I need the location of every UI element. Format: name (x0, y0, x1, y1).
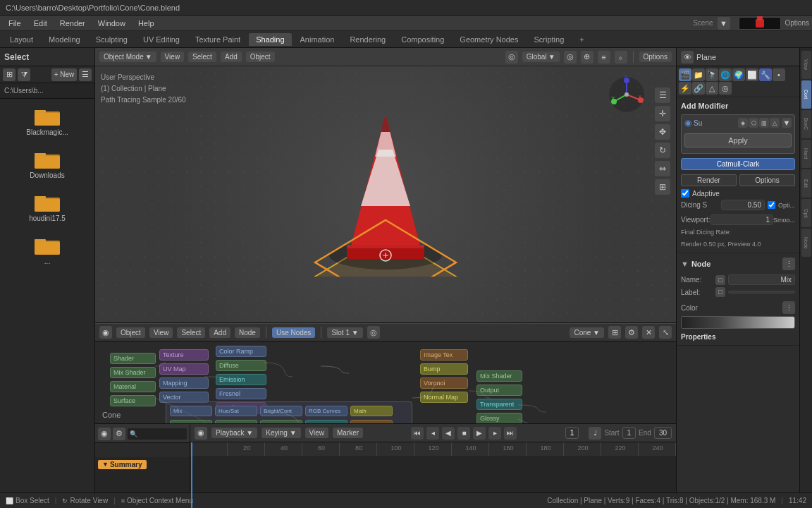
node-fr4[interactable]: Glossy (476, 413, 522, 423)
node-purple-1[interactable]: Texture (159, 349, 209, 361)
viewport-body[interactable]: User Perspective (1) Collection | Plane … (95, 66, 676, 322)
tab-animation[interactable]: Animation (293, 33, 342, 46)
levels-value[interactable]: 1 (710, 214, 773, 225)
end-value[interactable]: 30 (654, 427, 672, 439)
tab-geometry-nodes[interactable]: Geometry Nodes (453, 33, 525, 46)
viewport-icon-4[interactable]: ≡ (598, 51, 610, 64)
extra-btn[interactable]: ☰ (79, 68, 92, 81)
catmull-clark-btn[interactable]: Catmull-Clark (681, 158, 795, 170)
stop-btn[interactable]: ■ (457, 427, 470, 440)
metronome-btn[interactable]: ♩ (589, 427, 601, 440)
viewport-3d[interactable]: Object Mode ▼ View Select Add Object ◎ G… (95, 48, 676, 323)
viewport-icon-1[interactable]: ◎ (505, 51, 518, 64)
vtab-view[interactable]: View (801, 51, 811, 79)
current-frame[interactable]: 1 (565, 427, 579, 439)
tab-sculpting[interactable]: Sculpting (89, 33, 135, 46)
viewport-add-btn[interactable]: Add (221, 52, 242, 62)
playback-btn[interactable]: Playback ▼ (211, 428, 257, 438)
folder-other[interactable]: ... (3, 231, 92, 268)
vtab-hardops[interactable]: Hard (801, 140, 811, 168)
side-tool-scale[interactable]: ⇔ (655, 161, 670, 176)
new-btn[interactable]: + New (51, 68, 77, 81)
node-green-2[interactable]: Mix Shader (110, 367, 156, 378)
dicing-value[interactable]: 0.50 (721, 200, 765, 210)
step-back-btn[interactable]: ◂ (426, 427, 439, 440)
prop-icon-view[interactable]: 🔭 (706, 68, 718, 81)
prop-icon-world[interactable]: 🌍 (732, 68, 745, 81)
ne-cone-label[interactable]: Cone ▼ (570, 327, 604, 338)
viewport-icon-3[interactable]: ⊕ (581, 51, 593, 64)
node-b1[interactable]: Mix (170, 406, 212, 416)
apply-button[interactable]: Apply (684, 133, 792, 147)
ne-select-btn[interactable]: Select (177, 327, 205, 338)
ne-icon-expand[interactable]: ⤡ (659, 326, 672, 339)
tab-scripting[interactable]: Scripting (527, 33, 571, 46)
tab-rendering[interactable]: Rendering (343, 33, 393, 46)
ne-slot-dropdown[interactable]: Slot 1 ▼ (327, 327, 362, 338)
object-mode-dropdown[interactable]: Object Mode ▼ (99, 52, 156, 62)
marker-btn[interactable]: Marker (333, 428, 363, 438)
node-center-4[interactable]: Fresnel (216, 388, 266, 399)
prop-icon-data[interactable]: △ (706, 82, 718, 95)
play-back-btn[interactable]: ◀ (442, 427, 455, 440)
viewport-view-btn[interactable]: View (161, 52, 185, 62)
start-value[interactable]: 1 (622, 427, 636, 439)
node-b2[interactable]: Hue/Sat (215, 406, 257, 416)
vtab-create[interactable]: Cort (801, 80, 811, 109)
node-name-value[interactable]: Mix (728, 274, 795, 285)
tab-texture-paint[interactable]: Texture Paint (188, 33, 247, 46)
tab-uv-editing[interactable]: UV Editing (136, 33, 187, 46)
scene-selector[interactable]: ▼ (718, 17, 730, 30)
prop-icon-material[interactable]: ◎ (719, 82, 732, 95)
node-g2[interactable]: Glossy (215, 420, 257, 423)
node-y1[interactable]: Math (350, 406, 393, 416)
subdiv-mode-1[interactable]: ◈ (738, 118, 748, 128)
prop-icon-modifier[interactable]: 🔧 (759, 68, 772, 81)
jump-end-btn[interactable]: ⏭ (504, 427, 517, 440)
viewport-select-btn[interactable]: Select (188, 52, 216, 62)
node-center-3[interactable]: Emission (216, 374, 266, 385)
timeline-header-icon[interactable]: ◉ (195, 427, 207, 440)
viewport-icon-2[interactable]: ◎ (564, 51, 577, 64)
node-editor-body[interactable]: Shader Mix Shader Material Surface Textu… (95, 341, 676, 423)
subdiv-mode-3[interactable]: ▥ (759, 118, 769, 128)
menu-item-edit[interactable]: Edit (28, 18, 53, 29)
summary-expand-btn[interactable]: ▼ Summary (98, 460, 147, 469)
node-section-options[interactable]: ⋮ (782, 258, 795, 270)
ne-object-btn[interactable]: Object (116, 327, 145, 338)
tab-modeling[interactable]: Modeling (42, 33, 87, 46)
node-canvas[interactable]: Shader Mix Shader Material Surface Textu… (95, 341, 676, 423)
dicing-checkbox[interactable] (768, 201, 775, 209)
node-t1[interactable]: Volume (305, 420, 347, 423)
tab-layout[interactable]: Layout (3, 33, 40, 46)
color-options[interactable]: ⋮ (782, 301, 795, 314)
node-r3[interactable]: Voronoi (420, 377, 468, 389)
side-tool-cursor[interactable]: ✛ (655, 106, 670, 121)
prop-icon-output[interactable]: 📁 (692, 68, 705, 81)
node-o1[interactable]: Noise (350, 420, 393, 423)
side-tool-1[interactable]: ☰ (655, 87, 670, 103)
node-green-1[interactable]: Shader (110, 353, 156, 364)
prop-icon-constraints[interactable]: 🔗 (692, 82, 705, 95)
side-tool-transform[interactable]: ⊞ (655, 179, 670, 195)
node-green-4[interactable]: Surface (110, 395, 156, 406)
adaptive-checkbox[interactable] (681, 189, 689, 198)
node-g1[interactable]: Principled (170, 420, 212, 423)
tab-compositing[interactable]: Compositing (394, 33, 451, 46)
ne-icon-settings[interactable]: ⚙ (625, 326, 638, 339)
node-g3[interactable]: Diffuse (260, 420, 302, 423)
step-forward-btn[interactable]: ▸ (488, 427, 501, 440)
render-btn[interactable]: Render (681, 174, 737, 186)
prop-view-btn[interactable]: 👁 (681, 51, 694, 64)
ne-node-btn[interactable]: Node (235, 327, 260, 338)
subdiv-mode-4[interactable]: △ (770, 118, 780, 128)
node-center-1[interactable]: Color Ramp (216, 346, 266, 357)
view-timeline-btn[interactable]: View (305, 428, 329, 438)
node-b3[interactable]: Bright/Cont (260, 406, 302, 416)
options-subdiv-btn[interactable]: Options (739, 174, 795, 186)
side-tool-move[interactable]: ✥ (655, 124, 670, 140)
node-purple-2[interactable]: UV Map (159, 363, 209, 375)
node-center-2[interactable]: Diffuse (216, 360, 266, 371)
node-r4[interactable]: Normal Map (420, 392, 468, 403)
node-r2[interactable]: Bump (420, 363, 468, 375)
